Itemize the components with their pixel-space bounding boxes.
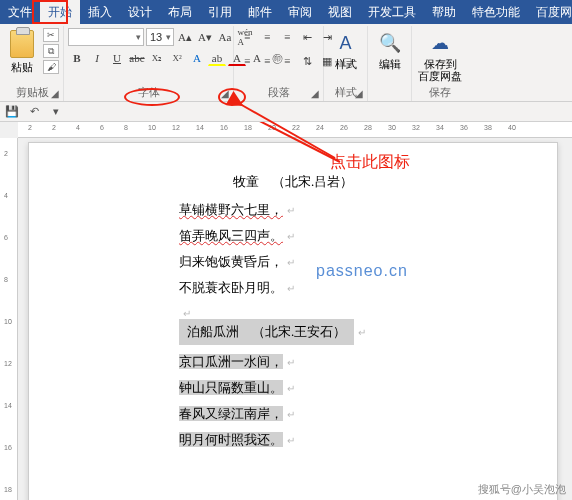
font-group-label: 字体 (68, 84, 229, 101)
strikethrough-button[interactable]: abc (128, 49, 146, 67)
menu-tab-bar: 文件 开始 插入 设计 布局 引用 邮件 审阅 视图 开发工具 帮助 特色功能 … (0, 0, 572, 24)
blank-line (179, 305, 407, 311)
quick-access-toolbar: 💾 ↶ ▾ (0, 102, 572, 122)
save-baidu-label: 保存到 百度网盘 (418, 58, 462, 82)
paragraph-group-label: 段落 (238, 84, 319, 101)
copy-button[interactable]: ⧉ (43, 44, 59, 58)
save-baidu-button[interactable]: ☁ 保存到 百度网盘 (416, 28, 464, 82)
group-clipboard: 粘贴 ✂ ⧉ 🖌 剪贴板 ◢ (2, 26, 64, 101)
vertical-ruler[interactable]: 24681012141618 (0, 138, 18, 500)
styles-button[interactable]: A 样式 (328, 28, 363, 70)
shrink-font-button[interactable]: A▾ (196, 28, 214, 46)
group-paragraph: ≡ ≡ ≡ ⇤ ⇥ ≡ ≡ ≡ ⇅ ▦ ▢ 段落 ◢ (234, 26, 324, 101)
group-save: ☁ 保存到 百度网盘 保存 (412, 26, 468, 101)
qat-customize-button[interactable]: ▾ (48, 104, 64, 120)
tab-view[interactable]: 视图 (320, 0, 360, 24)
styles-label: 样式 (335, 58, 357, 70)
editing-button[interactable]: 🔍 编辑 (372, 28, 407, 70)
tab-special[interactable]: 特色功能 (464, 0, 528, 24)
change-case-button[interactable]: Aa (216, 28, 234, 46)
styles-launcher[interactable]: ◢ (353, 87, 365, 99)
underline-button[interactable]: U (108, 49, 126, 67)
watermark: passneo.cn (316, 262, 408, 280)
align-right-button[interactable]: ≡ (278, 52, 296, 70)
poem1-line2: 笛弄晚风三四声。 (179, 227, 407, 245)
bold-button[interactable]: B (68, 49, 86, 67)
styles-icon: A (333, 30, 359, 56)
poem2-line4: 明月何时照我还。 (179, 431, 407, 449)
ribbon: 粘贴 ✂ ⧉ 🖌 剪贴板 ◢ 13 A▴ A▾ Aa wénA B I (0, 24, 572, 102)
superscript-button[interactable]: X² (168, 49, 186, 67)
annotation-callout: 点击此图标 (330, 152, 410, 173)
clipboard-launcher[interactable]: ◢ (49, 87, 61, 99)
numbering-button[interactable]: ≡ (258, 28, 276, 46)
tab-help[interactable]: 帮助 (424, 0, 464, 24)
poem1-title: 牧童 （北宋.吕岩） (179, 173, 407, 191)
tab-references[interactable]: 引用 (200, 0, 240, 24)
group-font: 13 A▴ A▾ Aa wénA B I U abc X₂ X² A ab A … (64, 26, 234, 101)
font-launcher[interactable]: ◢ (219, 87, 231, 99)
italic-button[interactable]: I (88, 49, 106, 67)
text-effects-button[interactable]: A (188, 49, 206, 67)
paste-label: 粘贴 (11, 60, 33, 75)
align-center-button[interactable]: ≡ (258, 52, 276, 70)
subscript-button[interactable]: X₂ (148, 49, 166, 67)
tab-layout[interactable]: 布局 (160, 0, 200, 24)
bullets-button[interactable]: ≡ (238, 28, 256, 46)
poem1-line4: 不脱蓑衣卧月明。 (179, 279, 407, 297)
cut-button[interactable]: ✂ (43, 28, 59, 42)
document-page[interactable]: 牧童 （北宋.吕岩） 草铺横野六七里， 笛弄晚风三四声。 归来饱饭黄昏后， 不脱… (28, 142, 558, 500)
poem2-title: 泊船瓜洲 （北宋.王安石） (179, 319, 407, 345)
poem2-line3: 春风又绿江南岸， (179, 405, 407, 423)
line-spacing-button[interactable]: ⇅ (298, 52, 316, 70)
align-left-button[interactable]: ≡ (238, 52, 256, 70)
tab-review[interactable]: 审阅 (280, 0, 320, 24)
multilevel-button[interactable]: ≡ (278, 28, 296, 46)
highlight-button[interactable]: ab (208, 50, 226, 66)
group-editing: 🔍 编辑 (368, 26, 412, 101)
qat-undo-button[interactable]: ↶ (26, 104, 42, 120)
group-styles: A 样式 样式 ◢ (324, 26, 368, 101)
tab-baidu[interactable]: 百度网盘 (528, 0, 572, 24)
font-size-combo[interactable]: 13 (146, 28, 174, 46)
tab-design[interactable]: 设计 (120, 0, 160, 24)
font-name-combo[interactable] (68, 28, 144, 46)
tab-developer[interactable]: 开发工具 (360, 0, 424, 24)
qat-save-button[interactable]: 💾 (4, 104, 20, 120)
poem1-line1: 草铺横野六七里， (179, 201, 407, 219)
poem2-line2: 钟山只隔数重山。 (179, 379, 407, 397)
poem2-line1: 京口瓜洲一水间， (179, 353, 407, 371)
document-area: 2246810121416182022242628303234363840 24… (0, 122, 572, 500)
cloud-icon: ☁ (427, 30, 453, 56)
find-icon: 🔍 (377, 30, 403, 56)
clipboard-icon (10, 30, 34, 58)
tab-home[interactable]: 开始 (40, 0, 80, 24)
paste-button[interactable]: 粘贴 (6, 28, 37, 75)
paragraph-launcher[interactable]: ◢ (309, 87, 321, 99)
format-painter-button[interactable]: 🖌 (43, 60, 59, 74)
tab-mailings[interactable]: 邮件 (240, 0, 280, 24)
editing-label: 编辑 (379, 58, 401, 70)
footer-credit: 搜狐号@小吴泡泡 (478, 482, 566, 497)
horizontal-ruler[interactable]: 2246810121416182022242628303234363840 (18, 122, 572, 138)
grow-font-button[interactable]: A▴ (176, 28, 194, 46)
decrease-indent-button[interactable]: ⇤ (298, 28, 316, 46)
save-group-label: 保存 (416, 84, 464, 101)
tab-insert[interactable]: 插入 (80, 0, 120, 24)
tab-file[interactable]: 文件 (0, 0, 40, 24)
